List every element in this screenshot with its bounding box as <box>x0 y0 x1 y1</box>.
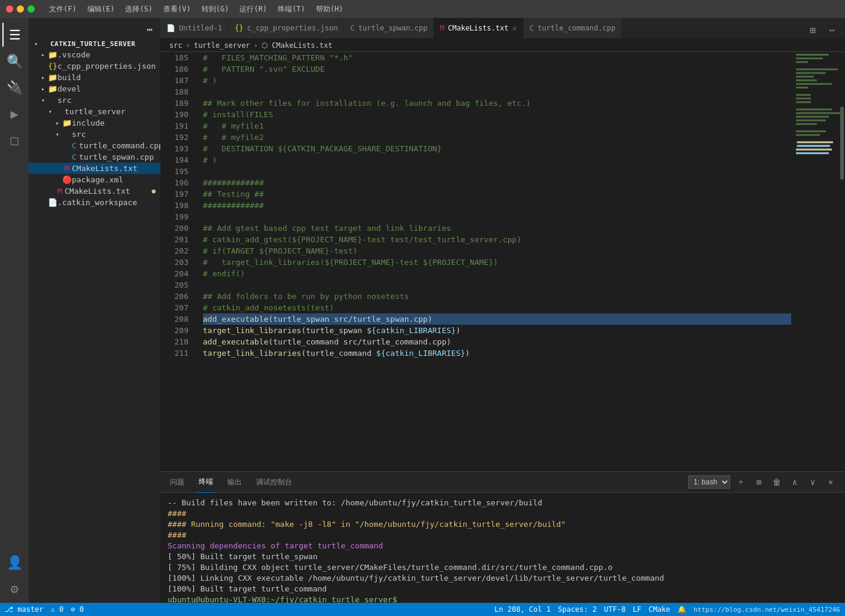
panel-action-btn[interactable]: ＋ <box>734 475 748 489</box>
sidebar-tree-item[interactable]: 🔴package.xml <box>29 174 160 185</box>
settings-icon[interactable]: ⚙ <box>2 577 26 600</box>
extensions-icon[interactable]: □ <box>2 128 26 152</box>
code-line[interactable]: target_link_libraries(turtle_command ${c… <box>203 347 791 359</box>
sidebar-tree-item[interactable]: ▾src <box>29 129 160 140</box>
sidebar-tree-item[interactable]: ▸📁.vscode <box>29 49 160 60</box>
code-line[interactable]: ## Add gtest based cpp test target and l… <box>203 222 791 234</box>
panel-action-btn[interactable]: 🗑 <box>770 475 784 489</box>
code-line[interactable]: ############# <box>203 177 791 188</box>
breadcrumb-item[interactable]: turtle_server <box>194 41 250 50</box>
panel-tab[interactable]: 调试控制台 <box>254 472 294 493</box>
editor-tab[interactable]: MCMakeLists.txt× <box>434 18 524 38</box>
code-line[interactable]: # # myfile1 <box>203 120 791 132</box>
sidebar-tree-item[interactable]: Cturtle_command.cpp <box>29 140 160 151</box>
editor-area: 📄Untitled-1{}c_cpp_properties.jsonCturtl… <box>160 18 845 603</box>
menu-item[interactable]: 编辑(E) <box>83 3 120 16</box>
search-icon[interactable]: 🔍 <box>2 49 26 73</box>
menu-item[interactable]: 帮助(H) <box>311 3 348 16</box>
sidebar-tree-item[interactable]: MCMakeLists.txt <box>29 163 160 174</box>
menu-item[interactable]: 选择(S) <box>120 3 157 16</box>
sidebar-tree-item[interactable]: ▾src <box>29 94 160 106</box>
code-line[interactable] <box>203 211 791 222</box>
language-mode[interactable]: CMake <box>649 605 670 614</box>
panel-tab[interactable]: 问题 <box>168 472 187 493</box>
editor-tab[interactable]: {}c_cpp_properties.json <box>229 18 344 38</box>
code-line[interactable] <box>203 166 791 177</box>
panel-tab[interactable]: 终端 <box>196 472 215 493</box>
code-content[interactable]: # FILES_MATCHING_PATTERN "*.h"# PATTERN … <box>193 52 791 471</box>
sidebar-tree-item[interactable]: ▸📁include <box>29 117 160 129</box>
code-line[interactable]: # catkin_add_gtest(${PROJECT_NAME}-test … <box>203 234 791 245</box>
sidebar-tree-item[interactable]: ▾CATKIN_TURTLE_SERVER <box>29 39 160 49</box>
code-line[interactable]: ## Add folders to be run by python noset… <box>203 291 791 302</box>
code-line[interactable]: ############# <box>203 200 791 211</box>
notifications-icon[interactable]: 🔔 <box>677 605 686 614</box>
terminal-select[interactable]: 1: bash <box>688 475 730 489</box>
menu-item[interactable]: 查看(V) <box>159 3 196 16</box>
sidebar-tree-item[interactable]: ▸📁devel <box>29 83 160 94</box>
account-icon[interactable]: 👤 <box>2 550 26 574</box>
panel-action-btn[interactable]: × <box>823 475 838 489</box>
warnings-count[interactable]: ⊘ 0 <box>71 605 84 614</box>
code-line[interactable]: # ) <box>203 154 791 166</box>
sidebar-title: ⋯ <box>29 18 160 39</box>
editor-tab[interactable]: 📄Untitled-1 <box>160 18 229 38</box>
code-line[interactable]: ## Testing ## <box>203 188 791 200</box>
tab-icon: C <box>350 24 354 32</box>
cursor-position[interactable]: Ln 208, Col 1 <box>494 605 551 614</box>
menu-item[interactable]: 运行(R) <box>235 3 272 16</box>
breadcrumb-item[interactable]: src <box>169 41 183 50</box>
terminal-content[interactable]: -- Build files have been written to: /ho… <box>160 493 845 603</box>
panel-action-btn[interactable]: ∧ <box>788 475 802 489</box>
code-line[interactable]: target_link_libraries(turtle_spwan ${cat… <box>203 325 791 336</box>
minimize-button[interactable] <box>17 5 24 13</box>
code-line[interactable]: # endif() <box>203 268 791 279</box>
source-control-icon[interactable]: 🔌 <box>2 75 26 99</box>
tab-close-icon[interactable]: × <box>512 23 517 33</box>
code-line[interactable]: ## Mark other files for installation (e.… <box>203 97 791 109</box>
code-line[interactable] <box>203 86 791 97</box>
sidebar-more-icon[interactable]: ⋯ <box>147 24 153 35</box>
menu-item[interactable]: 文件(F) <box>44 3 81 16</box>
encoding[interactable]: UTF-8 <box>604 605 625 614</box>
code-line[interactable]: add_executable(turtle_command src/turtle… <box>203 336 791 347</box>
sidebar-tree-item[interactable]: ▾turtle_server <box>29 106 160 117</box>
panel-action-btn[interactable]: ∨ <box>806 475 820 489</box>
code-line[interactable]: # ) <box>203 75 791 86</box>
code-line[interactable]: # if(TARGET ${PROJECT_NAME}-test) <box>203 245 791 257</box>
explorer-icon[interactable]: ☰ <box>2 23 26 47</box>
git-branch[interactable]: ⎇ master <box>5 605 44 614</box>
code-line[interactable]: # FILES_MATCHING_PATTERN "*.h" <box>203 52 791 63</box>
more-actions-icon[interactable]: ⋯ <box>823 22 840 38</box>
code-line[interactable]: # DESTINATION ${CATKIN_PACKAGE_SHARE_DES… <box>203 143 791 154</box>
sidebar-tree-item[interactable]: Cturtle_spwan.cpp <box>29 151 160 163</box>
line-ending[interactable]: LF <box>633 605 641 614</box>
sidebar-tree-item[interactable]: ▸📁build <box>29 72 160 83</box>
code-line[interactable]: # PATTERN ".svn" EXCLUDE <box>203 63 791 75</box>
code-line[interactable]: # install(FILES <box>203 109 791 120</box>
run-icon[interactable]: ▶ <box>2 102 26 126</box>
close-button[interactable] <box>6 5 13 13</box>
url-link[interactable]: https://blog.csdn.net/weixin_45417246 <box>694 606 840 614</box>
code-line[interactable]: # catkin_add_nosetests(test) <box>203 302 791 313</box>
spaces[interactable]: Spaces: 2 <box>558 605 597 614</box>
code-line[interactable] <box>203 279 791 291</box>
editor-tab[interactable]: Cturtle_command.cpp <box>524 18 622 38</box>
editor-tab[interactable]: Cturtle_spwan.cpp <box>344 18 434 38</box>
panel-tab[interactable]: 输出 <box>225 472 244 493</box>
sidebar-tree-item[interactable]: 📄.catkin_workspace <box>29 197 160 208</box>
code-line[interactable]: add_executable(turtle_spwan src/turtle_s… <box>203 313 791 325</box>
menu-item[interactable]: 终端(T) <box>273 3 310 16</box>
split-editor-icon[interactable]: ⊞ <box>804 22 821 38</box>
code-line[interactable]: # target_link_libraries(${PROJECT_NAME}-… <box>203 257 791 268</box>
panel-action-btn[interactable]: ⊞ <box>752 475 766 489</box>
sidebar-tree-item[interactable]: MCMakeLists.txt● <box>29 185 160 197</box>
errors-count[interactable]: ⚠ 0 <box>51 605 64 614</box>
sidebar-tree-item[interactable]: {}c_cpp_properties.json <box>29 60 160 72</box>
code-line[interactable]: # # myfile2 <box>203 132 791 143</box>
menu-item[interactable]: 转到(G) <box>197 3 234 16</box>
maximize-button[interactable] <box>28 5 35 13</box>
terminal-line: ubuntu@ubuntu-VLT-WX0:~/fjy/catkin_turtl… <box>168 594 838 603</box>
breadcrumb-item[interactable]: ⬡ CMakeLists.txt <box>262 41 332 50</box>
line-number: 189 <box>160 97 189 109</box>
